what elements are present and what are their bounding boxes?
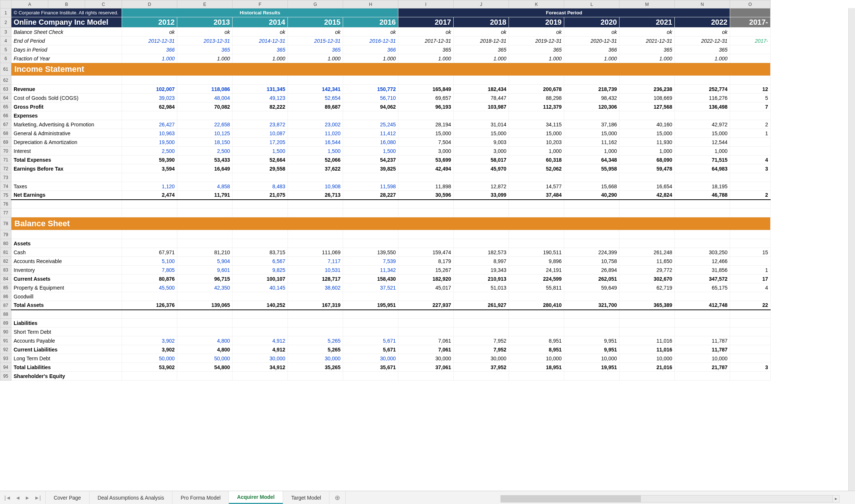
row-header[interactable]: 84 [0,274,11,283]
cell[interactable]: 7,539 [343,257,398,266]
cell[interactable]: 12 [730,85,771,94]
row-header[interactable]: 95 [0,372,11,381]
cell[interactable]: ok [509,28,564,36]
row-label[interactable]: Revenue [11,85,122,94]
cell[interactable] [122,239,177,248]
cell[interactable] [177,372,233,381]
cell[interactable]: 195,951 [343,301,398,310]
cell[interactable]: 5,265 [288,336,343,345]
cell[interactable] [343,200,398,209]
row-label[interactable]: Liabilities [11,319,122,328]
column-header[interactable]: G [288,0,343,8]
cell[interactable] [233,111,288,120]
cell[interactable]: 10,000 [509,354,564,363]
cell[interactable]: 4,858 [177,182,233,191]
cell[interactable] [288,328,343,336]
cell[interactable]: 200,678 [509,85,564,94]
cell[interactable] [454,209,509,217]
row-label[interactable]: Current Liabilities [11,345,122,354]
cell[interactable] [620,173,675,182]
cell[interactable]: 50,000 [122,354,177,363]
tab-last-icon[interactable]: ►| [32,495,43,501]
cell[interactable]: 45,500 [122,283,177,292]
column-header[interactable]: E [177,0,233,8]
cell[interactable] [454,111,509,120]
cell[interactable]: 53,699 [398,155,454,164]
cell[interactable] [177,209,233,217]
cell[interactable]: 347,572 [675,274,730,283]
year-header[interactable]: 2015 [288,17,343,28]
horizontal-scrollbar[interactable]: ◄ ► [500,495,840,503]
column-header[interactable] [0,0,11,8]
cell[interactable] [398,76,454,85]
row-label[interactable]: Long Term Debt [11,354,122,363]
cell[interactable]: 11,787 [675,336,730,345]
cell[interactable]: 303,250 [675,248,730,257]
cell[interactable]: 1.000 [675,54,730,63]
cell[interactable] [675,372,730,381]
cell[interactable]: 94,062 [343,102,398,111]
cell[interactable]: 102,007 [122,85,177,94]
row-header[interactable]: 91 [0,336,11,345]
cell[interactable] [343,292,398,301]
cell[interactable]: 261,927 [454,301,509,310]
row-label[interactable]: Shareholder's Equity [11,372,122,381]
cell[interactable] [343,173,398,182]
row-label[interactable]: Assets [11,239,122,248]
cell[interactable] [454,372,509,381]
row-label[interactable] [11,230,122,239]
cell[interactable]: 22 [730,301,771,310]
cell[interactable]: 7 [730,102,771,111]
cell[interactable] [398,173,454,182]
cell[interactable]: 59,390 [122,155,177,164]
cell[interactable]: 30,000 [343,354,398,363]
column-header[interactable]: M [620,0,675,8]
cell[interactable]: 49,123 [233,94,288,102]
row-header[interactable]: 5 [0,45,11,54]
cell[interactable]: 71,515 [675,155,730,164]
row-header[interactable]: 73 [0,173,11,182]
cell[interactable]: 16,649 [177,164,233,173]
spreadsheet-grid[interactable]: ABCDEFGHIJKLMNO1© Corporate Finance Inst… [0,0,855,491]
cell[interactable]: 7,061 [398,336,454,345]
cell[interactable]: 42,972 [675,120,730,129]
cell[interactable] [288,200,343,209]
cell[interactable]: 1 [730,129,771,138]
cell[interactable]: 26,427 [122,120,177,129]
cell[interactable] [398,200,454,209]
cell[interactable] [122,200,177,209]
column-header[interactable]: O [730,0,771,8]
cell[interactable]: 3,902 [122,345,177,354]
year-header[interactable]: 2016 [343,17,398,28]
row-header[interactable]: 63 [0,85,11,94]
cell[interactable] [620,292,675,301]
cell[interactable]: 19,343 [454,266,509,274]
cell[interactable] [233,209,288,217]
cell[interactable] [509,173,564,182]
cell[interactable]: 18,195 [675,182,730,191]
cell[interactable]: 321,700 [564,301,620,310]
cell[interactable] [177,230,233,239]
row-header[interactable]: 75 [0,191,11,200]
cell[interactable] [730,173,771,182]
cell[interactable]: 366 [564,45,620,54]
cell[interactable]: 23,872 [233,120,288,129]
cell[interactable]: 236,238 [620,85,675,94]
cell[interactable]: 50,000 [177,354,233,363]
cell[interactable] [454,292,509,301]
cell[interactable] [509,200,564,209]
cell[interactable]: 15 [730,248,771,257]
cell[interactable]: 15,000 [454,129,509,138]
cell[interactable]: 190,511 [509,248,564,257]
cell[interactable] [343,76,398,85]
column-header[interactable]: C [85,0,122,8]
cell[interactable] [730,310,771,319]
cell[interactable]: 48,004 [177,94,233,102]
row-header[interactable]: 79 [0,230,11,239]
row-header[interactable]: 67 [0,120,11,129]
cell[interactable]: 2012-12-31 [122,36,177,45]
cell[interactable]: 89,687 [288,102,343,111]
year-header[interactable]: 2012 [122,17,177,28]
row-header[interactable]: 4 [0,36,11,45]
cell[interactable]: 11,342 [343,266,398,274]
